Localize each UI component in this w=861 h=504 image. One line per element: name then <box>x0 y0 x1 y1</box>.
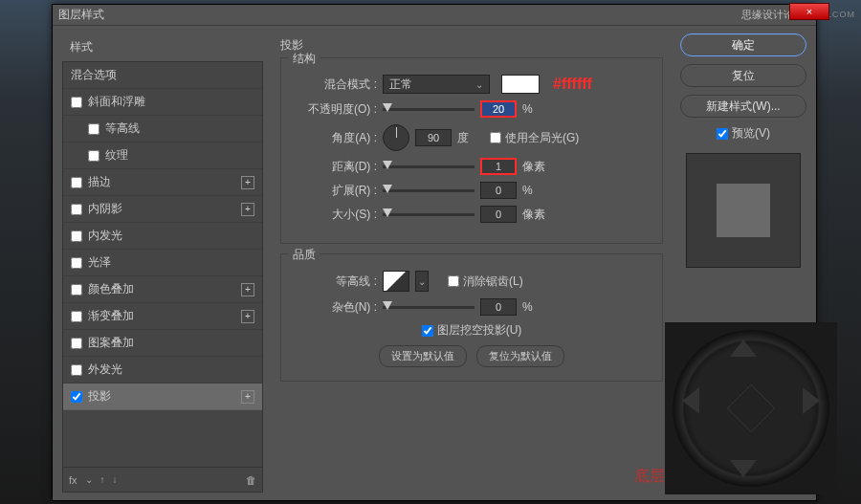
noise-slider[interactable] <box>383 306 475 309</box>
styles-header: 样式 <box>62 33 263 61</box>
effect-checkbox[interactable] <box>71 338 82 349</box>
add-effect-icon[interactable]: + <box>241 176 254 189</box>
effect-checkbox[interactable] <box>71 311 82 322</box>
effect-checkbox[interactable] <box>71 257 82 269</box>
arrow-up-icon[interactable]: ↑ <box>100 474 105 485</box>
preview-toggle[interactable]: 预览(V) <box>680 125 806 142</box>
antialias-input[interactable] <box>448 275 459 287</box>
angle-unit: 度 <box>457 130 484 146</box>
global-light-input[interactable] <box>490 132 501 143</box>
effect-row[interactable]: 颜色叠加+ <box>63 276 262 303</box>
dpad-up-icon <box>730 340 757 357</box>
color-annotation: #ffffff <box>553 76 592 93</box>
effect-checkbox[interactable] <box>88 150 99 162</box>
effect-label: 颜色叠加 <box>88 281 134 297</box>
angle-knob[interactable] <box>383 124 409 151</box>
noise-input[interactable]: 0 <box>480 298 517 316</box>
effect-checkbox[interactable] <box>71 204 82 215</box>
contour-picker[interactable] <box>383 271 409 292</box>
knockout-label: 图层挖空投影(U) <box>437 322 522 339</box>
effect-row[interactable]: 投影+ <box>63 383 262 410</box>
effect-row[interactable]: 外发光 <box>63 357 262 383</box>
add-effect-icon[interactable]: + <box>241 203 254 216</box>
blend-mode-select[interactable]: 正常 <box>383 75 490 94</box>
spread-input[interactable]: 0 <box>480 182 517 199</box>
effect-checkbox[interactable] <box>71 230 82 242</box>
effect-checkbox[interactable] <box>71 97 82 108</box>
preview-checkbox[interactable] <box>717 128 728 140</box>
close-button[interactable]: × <box>789 3 829 20</box>
structure-legend: 结构 <box>289 51 320 67</box>
angle-input[interactable]: 90 <box>415 129 452 146</box>
add-effect-icon[interactable]: + <box>241 390 254 404</box>
add-effect-icon[interactable]: + <box>241 310 254 323</box>
styles-panel: 样式 混合选项 斜面和浮雕 等高线 纹理 描边+ 内阴影+ 内发光 光泽 颜色叠… <box>62 33 263 493</box>
effect-row[interactable]: 斜面和浮雕 <box>63 89 262 116</box>
new-style-button[interactable]: 新建样式(W)... <box>680 95 806 118</box>
effect-row[interactable]: 描边+ <box>63 169 262 196</box>
effect-checkbox[interactable] <box>88 123 99 135</box>
blend-mode-label: 混合模式 : <box>293 77 377 93</box>
arrow-down-icon[interactable]: ↓ <box>113 474 118 485</box>
preview-swatch <box>717 184 770 237</box>
size-slider[interactable] <box>383 213 475 216</box>
dpad-down-icon <box>730 460 757 477</box>
effect-label: 纹理 <box>105 147 128 164</box>
effect-row[interactable]: 内阴影+ <box>63 196 262 223</box>
knockout-input[interactable] <box>422 325 433 337</box>
effect-checkbox[interactable] <box>71 177 82 188</box>
effect-label: 等高线 <box>105 121 140 137</box>
effect-row[interactable]: 纹理 <box>63 142 262 169</box>
preview-box <box>686 153 801 268</box>
contour-dropdown[interactable]: ⌄ <box>415 271 429 292</box>
noise-label: 杂色(N) : <box>293 299 377 316</box>
size-unit: 像素 <box>522 207 549 223</box>
add-effect-icon[interactable]: + <box>241 283 254 296</box>
size-input[interactable]: 0 <box>480 206 517 223</box>
opacity-input[interactable]: 20 <box>480 100 517 118</box>
antialias-label: 消除锯齿(L) <box>463 274 523 290</box>
effect-label: 描边 <box>88 174 111 190</box>
effect-checkbox[interactable] <box>71 391 82 403</box>
fx-label: fx <box>69 474 77 486</box>
opacity-slider[interactable] <box>383 108 475 111</box>
quality-group: 品质 等高线 : ⌄ 消除锯齿(L) 杂色(N) : 0 % 图层挖空投影(U) <box>280 253 663 382</box>
reset-default-button[interactable]: 复位为默认值 <box>476 345 564 367</box>
trash-icon[interactable]: 🗑 <box>246 474 256 486</box>
effect-label: 光泽 <box>88 254 111 271</box>
opacity-unit: % <box>522 102 549 116</box>
effect-label: 投影 <box>88 388 111 405</box>
structure-group: 结构 混合模式 : 正常 #ffffff 不透明度(O) : 20 % 角度(A… <box>280 57 663 244</box>
distance-slider[interactable] <box>383 165 475 168</box>
effect-row[interactable]: 渐变叠加+ <box>63 303 262 330</box>
dpad-overlay: 底层 <box>665 322 837 494</box>
dialog-title: 图层样式 <box>58 7 741 23</box>
global-light-checkbox[interactable]: 使用全局光(G) <box>490 130 579 146</box>
styles-list: 混合选项 斜面和浮雕 等高线 纹理 描边+ 内阴影+ 内发光 光泽 颜色叠加+ … <box>62 61 263 468</box>
effect-row[interactable]: 内发光 <box>63 223 262 250</box>
blend-options-label: 混合选项 <box>71 67 117 83</box>
distance-unit: 像素 <box>522 159 549 175</box>
chevron-down-icon[interactable]: ⌄ <box>85 474 93 485</box>
reset-button[interactable]: 复位 <box>680 64 806 87</box>
spread-slider[interactable] <box>383 189 475 192</box>
effect-label: 内发光 <box>88 228 122 244</box>
antialias-checkbox[interactable]: 消除锯齿(L) <box>448 274 523 290</box>
effect-label: 图案叠加 <box>88 335 134 351</box>
global-light-label: 使用全局光(G) <box>505 130 579 146</box>
ok-button[interactable]: 确定 <box>680 33 806 56</box>
color-swatch[interactable] <box>501 75 540 94</box>
effect-checkbox[interactable] <box>71 364 82 376</box>
blend-mode-value: 正常 <box>389 77 412 93</box>
effect-label: 内阴影 <box>88 201 122 217</box>
effect-checkbox[interactable] <box>71 284 82 296</box>
dpad-right-icon <box>803 387 820 414</box>
knockout-checkbox[interactable]: 图层挖空投影(U) <box>422 322 522 339</box>
effect-row[interactable]: 等高线 <box>63 116 262 142</box>
blend-options-row[interactable]: 混合选项 <box>63 62 262 89</box>
effect-row[interactable]: 图案叠加 <box>63 330 262 357</box>
section-title: 投影 <box>280 37 663 54</box>
set-default-button[interactable]: 设置为默认值 <box>379 345 467 367</box>
distance-input[interactable]: 1 <box>480 158 517 175</box>
effect-row[interactable]: 光泽 <box>63 250 262 276</box>
